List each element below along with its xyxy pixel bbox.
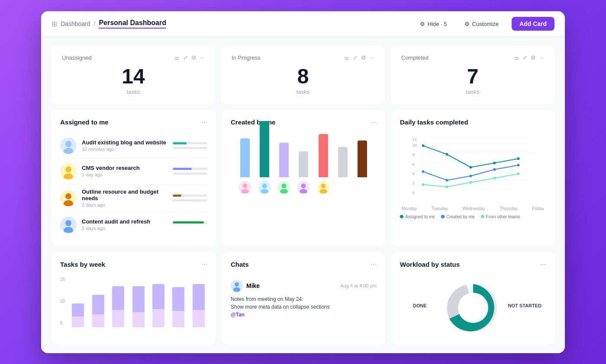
expand-icon-3[interactable]: ⤢ xyxy=(522,54,527,61)
task-time-4: 5 days ago xyxy=(82,226,168,231)
week-menu[interactable]: ··· xyxy=(202,261,207,268)
avatar-1 xyxy=(60,137,77,154)
more-icon-3[interactable]: ··· xyxy=(539,54,544,61)
svg-text:10: 10 xyxy=(413,143,417,147)
settings-icon-2[interactable]: ⚙ xyxy=(361,54,366,61)
bar-col-1 xyxy=(239,138,251,194)
expand-icon[interactable]: ⤢ xyxy=(183,54,188,61)
legend-other: From other teams xyxy=(481,214,520,219)
assigned-menu[interactable]: ··· xyxy=(202,118,207,126)
task-name-3: Outline resource and budget needs xyxy=(82,188,168,201)
svg-text:6: 6 xyxy=(413,162,415,166)
avatar-2 xyxy=(60,163,77,179)
unassigned-unit: tasks xyxy=(62,89,205,95)
svg-point-44 xyxy=(517,157,520,160)
filter-icon[interactable]: ⚌ xyxy=(174,54,180,61)
svg-point-57 xyxy=(233,287,240,292)
settings-icon-3[interactable]: ⚙ xyxy=(531,54,536,61)
chat-tag[interactable]: @Tan xyxy=(231,312,245,318)
task-info-4: Content audit and refresh 5 days ago xyxy=(82,218,168,231)
svg-point-53 xyxy=(493,177,496,179)
svg-text:11: 11 xyxy=(413,137,417,141)
page-title: Personal Dashboard xyxy=(99,19,166,29)
svg-point-51 xyxy=(446,185,448,188)
hide-icon: ⚙ xyxy=(420,21,425,27)
week-title: Tasks by week xyxy=(60,261,105,268)
svg-point-56 xyxy=(235,282,239,287)
workload-title: Workload by status xyxy=(400,261,460,268)
in-progress-unit: tasks xyxy=(232,89,374,95)
svg-point-43 xyxy=(493,162,496,164)
svg-point-13 xyxy=(242,183,247,188)
task-progress-1 xyxy=(173,142,207,149)
avatar-4 xyxy=(60,217,77,233)
svg-text:2: 2 xyxy=(413,181,415,185)
svg-point-50 xyxy=(422,183,425,186)
stat-icons-3: ⚌ ⤢ ⚙ ··· xyxy=(514,54,544,61)
hide-button[interactable]: ⚙ Hide · 5 xyxy=(416,18,451,30)
bar-col-3 xyxy=(277,143,290,194)
customize-button[interactable]: ⚙ Customize xyxy=(460,18,503,30)
customize-icon: ⚙ xyxy=(464,21,470,27)
task-name-4: Content audit and refresh xyxy=(82,218,168,225)
svg-point-1 xyxy=(65,141,71,147)
bottom-row: Tasks by week ··· 15 10 5 xyxy=(52,252,554,345)
svg-point-19 xyxy=(282,183,287,188)
task-item: Outline resource and budget needs 2 days… xyxy=(60,184,207,212)
task-progress-2 xyxy=(173,168,207,175)
chat-avatar xyxy=(231,280,243,292)
task-progress-3 xyxy=(173,195,207,201)
week-bar-1 xyxy=(69,303,87,327)
more-icon[interactable]: ··· xyxy=(200,54,205,61)
assigned-title: Assigned to me xyxy=(60,118,109,126)
svg-point-54 xyxy=(517,172,520,175)
stat-completed: Completed ⚌ ⤢ ⚙ ··· 7 tasks xyxy=(391,46,554,104)
completed-value: 7 xyxy=(401,66,544,87)
bar-col-6 xyxy=(336,147,349,194)
settings-icon[interactable]: ⚙ xyxy=(191,54,197,61)
svg-text:0: 0 xyxy=(413,191,415,195)
workload-menu[interactable]: ··· xyxy=(540,261,546,268)
more-icon-2[interactable]: ··· xyxy=(370,54,374,61)
created-by-me-card: Created by me ··· xyxy=(222,110,385,246)
chats-menu[interactable]: ··· xyxy=(371,261,377,268)
chat-time: Aug 4 at 4:00 pm xyxy=(340,283,377,288)
chat-message: Notes from meeting on May 24: Show more … xyxy=(231,295,377,319)
svg-point-46 xyxy=(446,179,448,182)
workload-chart: DONE NOT STARTED xyxy=(400,275,546,336)
filter-icon-2[interactable]: ⚌ xyxy=(344,54,349,61)
week-bar-6 xyxy=(170,287,187,327)
svg-point-45 xyxy=(422,170,425,173)
stat-icons: ⚌ ⤢ ⚙ ··· xyxy=(174,54,205,61)
daily-title: Daily tasks completed xyxy=(400,118,468,126)
svg-point-42 xyxy=(470,166,472,169)
svg-point-47 xyxy=(470,175,472,177)
week-bar-7 xyxy=(190,284,207,327)
breadcrumb-prefix: Dashboard xyxy=(61,20,90,27)
task-name-2: CMS vendor research xyxy=(82,165,168,171)
week-bars xyxy=(69,280,207,327)
in-progress-label: In Progress xyxy=(232,54,260,61)
task-item: CMS vendor research 1 day ago xyxy=(60,159,207,184)
created-bars xyxy=(231,133,377,194)
svg-point-48 xyxy=(493,168,496,171)
week-bar-4 xyxy=(129,286,147,327)
svg-point-52 xyxy=(470,181,472,184)
created-menu[interactable]: ··· xyxy=(371,118,377,126)
task-time-3: 2 days ago xyxy=(82,202,168,208)
content: Unassigned ⚌ ⤢ ⚙ ··· 14 tasks In Progres… xyxy=(41,37,565,353)
week-bar-3 xyxy=(110,286,127,327)
breadcrumb: ⊞ Dashboard / Personal Dashboard xyxy=(52,19,166,29)
add-card-button[interactable]: Add Card xyxy=(512,17,554,31)
header-actions: ⚙ Hide · 5 ⚙ Customize Add Card xyxy=(416,17,554,31)
filter-icon-3[interactable]: ⚌ xyxy=(514,54,519,61)
task-info-1: Audit existing blog and website 10 minut… xyxy=(82,139,168,152)
task-info-2: CMS vendor research 1 day ago xyxy=(82,165,168,177)
bar-col-2 xyxy=(258,121,271,194)
expand-icon-2[interactable]: ⤢ xyxy=(353,54,358,61)
svg-point-25 xyxy=(321,183,326,188)
chats-title: Chats xyxy=(231,261,249,268)
svg-point-10 xyxy=(65,220,71,226)
week-bar-2 xyxy=(90,295,107,327)
svg-point-41 xyxy=(446,153,448,156)
